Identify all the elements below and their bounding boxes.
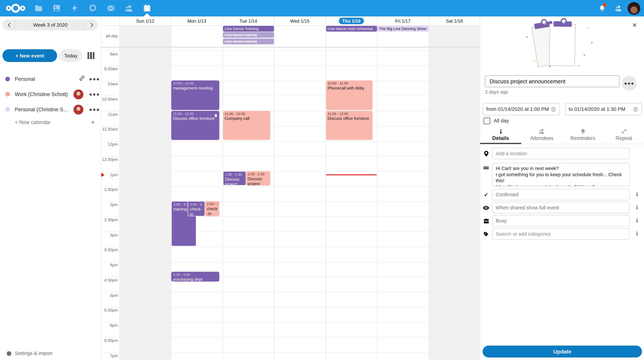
calendar-name: Work (Christine Schott) (15, 91, 68, 97)
time-axis-label: 4:30pm (101, 278, 118, 282)
day-header[interactable]: Sat 1/18 (429, 16, 480, 25)
today-day-pill[interactable]: Thu 1/16 (339, 17, 364, 24)
tab-repeat[interactable]: Repeat (604, 126, 644, 144)
calendar-item-work-christine[interactable]: Work (Christine Schott) ●●● (0, 87, 100, 102)
calendar-event[interactable]: 4:20 - 4:40purchasing dept (172, 272, 220, 282)
time-axis-label: 5:30pm (101, 308, 118, 312)
end-datetime-field[interactable]: to 01/14/2020 at 1:30 PM (565, 103, 642, 115)
visibility-info-icon[interactable]: i (630, 204, 644, 211)
description-textarea[interactable]: Hi Carl! are you in next week? I got som… (492, 163, 630, 186)
calendar-event[interactable]: 11:00 - 12:00Discuss office furniture (326, 111, 372, 140)
event-time: 2:00 - 2:30 (190, 202, 203, 206)
tab-details[interactable]: Details (480, 126, 521, 144)
status-info-icon[interactable]: i (630, 191, 644, 198)
user-avatar[interactable] (628, 2, 640, 14)
allday-row-label: all-day (101, 34, 118, 38)
day-header[interactable]: Fri 1/17 (377, 16, 429, 25)
talk-icon[interactable] (84, 0, 102, 16)
calendar-menu-icon[interactable]: ●●● (88, 87, 100, 102)
quarter-slot-line (101, 299, 480, 300)
quarter-slot-line (101, 103, 480, 104)
calendar-event[interactable]: 11:00 - 12:00Discuss office furniture (172, 111, 220, 140)
nextcloud-logo-icon[interactable] (5, 2, 26, 14)
quarter-slot-line (101, 164, 480, 164)
new-calendar-button[interactable]: + New calendar + (0, 117, 100, 127)
all-day-event[interactable]: Line dance training (223, 32, 274, 38)
column-border (326, 16, 326, 360)
day-header[interactable]: Thu 1/16 (326, 16, 377, 25)
event-editor-panel: ✕ ●●● (480, 16, 644, 360)
day-header[interactable]: Mon 1/13 (171, 16, 222, 25)
event-illustration (525, 22, 599, 68)
timezone-globe-icon[interactable] (633, 107, 638, 112)
photos-icon[interactable] (48, 0, 66, 16)
start-datetime-field[interactable]: from 01/14/2020 at 1:00 PM (483, 103, 560, 115)
categories-info-icon[interactable]: i (630, 231, 644, 237)
share-link-icon[interactable] (79, 75, 85, 83)
files-icon[interactable] (30, 0, 48, 16)
more-actions-button[interactable]: ●●● (622, 76, 636, 91)
categories-input[interactable] (492, 228, 630, 240)
calendar-item-personal[interactable]: Personal ●●● (0, 71, 100, 87)
freebusy-select[interactable]: Busy (492, 215, 630, 227)
quarter-slot-line (101, 284, 480, 285)
calendar-event[interactable]: 2:00 - 2:30check-in (188, 201, 205, 216)
week-label[interactable]: Week 3 of 2020 (16, 22, 85, 28)
week-calendar-grid[interactable]: Sun 1/12Mon 1/13Tue 1/14Wed 1/15Thu 1/16… (100, 16, 480, 360)
visibility-eye-icon (480, 205, 492, 210)
contacts-menu-icon[interactable] (610, 0, 627, 16)
column-border (377, 16, 378, 360)
today-button[interactable]: Today (60, 49, 82, 62)
view-columns-icon[interactable] (88, 52, 94, 59)
new-event-button[interactable]: + New event (2, 49, 57, 62)
tab-reminders[interactable]: Reminders (562, 126, 604, 144)
activity-icon[interactable] (66, 0, 84, 16)
calendar-icon[interactable] (138, 0, 156, 16)
settings-import-button[interactable]: Settings & import (0, 347, 100, 360)
all-day-event[interactable]: Line Dance Training (223, 26, 274, 31)
calendar-menu-icon[interactable]: ●●● (88, 71, 100, 87)
calendar-item-personal-christine[interactable]: Personal (Christine Scho... ●●● (0, 102, 100, 117)
previous-week-button[interactable] (2, 19, 15, 30)
calendar-event[interactable]: 1:00 - 1:30Discuss project (246, 171, 270, 186)
update-button[interactable]: Update (483, 346, 642, 358)
close-icon[interactable]: ✕ (630, 21, 639, 29)
location-input[interactable] (492, 148, 630, 159)
all-day-checkbox[interactable] (483, 117, 490, 124)
status-select[interactable]: Confirmed (492, 189, 630, 200)
calendar-event[interactable]: 10:00 - 11:00management meeting (172, 80, 220, 110)
day-header[interactable]: Wed 1/15 (274, 16, 326, 25)
calendar-menu-icon[interactable]: ●●● (88, 102, 100, 117)
next-week-button[interactable] (85, 19, 98, 30)
event-time: 10:00 - 11:00 (328, 81, 371, 85)
time-axis-label: 6:30pm (101, 338, 118, 343)
calendar-event[interactable]: 10:00 - 11:00Phonecall with Abby (326, 80, 372, 110)
calendar-list: Personal ●●● Work (Christine Schott) ●●● (0, 71, 100, 117)
notifications-bell-icon[interactable] (594, 0, 610, 16)
active-app-pointer (144, 13, 150, 16)
calendar-event[interactable]: 11:00 - 12:00Company call (223, 111, 270, 140)
event-title-input[interactable] (485, 75, 620, 87)
column-border (274, 16, 274, 360)
day-header[interactable]: Sun 1/12 (120, 16, 171, 25)
event-time: 11:00 - 12:00 (328, 112, 371, 116)
quarter-slot-line (101, 239, 480, 239)
all-day-event[interactable]: The Big Line Dancing Show (378, 26, 429, 31)
tab-attendees[interactable]: Attendees (521, 126, 562, 144)
timezone-globe-icon[interactable] (550, 107, 556, 112)
day-header[interactable]: Tue 1/14 (222, 16, 274, 25)
slot-line (101, 337, 480, 337)
top-navbar (0, 0, 644, 16)
freebusy-info-icon[interactable]: i (630, 218, 644, 224)
calendar-event[interactable]: 1:00 - 1:30Discuss project announcement (223, 171, 246, 186)
all-day-event[interactable]: Line dance training (223, 38, 274, 44)
mail-icon[interactable] (102, 0, 120, 16)
notification-badge (603, 3, 606, 7)
attendees-icon (538, 129, 545, 134)
calendar-event[interactable]: 2:00 - 2:30check-in (205, 201, 220, 216)
contacts-icon[interactable] (120, 0, 138, 16)
slot-line (101, 141, 480, 141)
all-day-event[interactable]: Line dance main rehearsal (326, 26, 377, 31)
visibility-select[interactable]: When shared show full event (492, 202, 630, 214)
slot-line (101, 322, 480, 322)
